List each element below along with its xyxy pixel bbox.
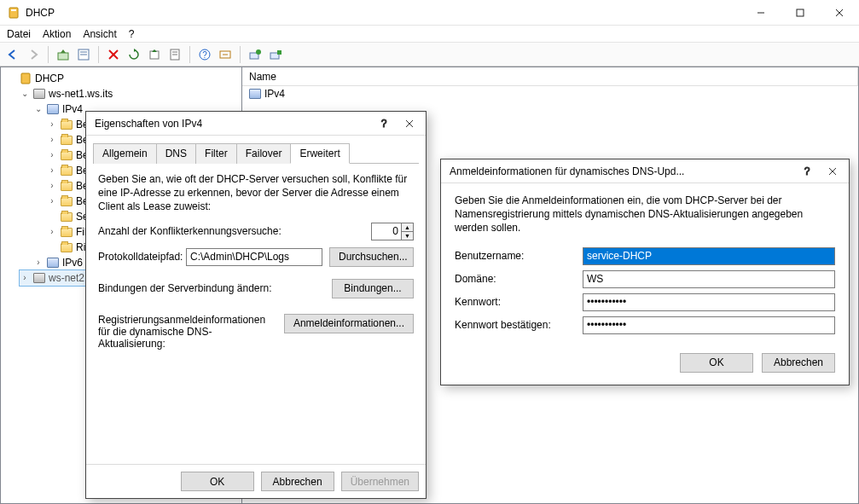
folder-icon	[61, 228, 73, 237]
password-label: Kennwort:	[455, 296, 583, 308]
creds-ok-button[interactable]: OK	[680, 353, 753, 373]
svg-rect-1	[11, 9, 16, 11]
spin-up-icon[interactable]: ▲	[402, 223, 413, 232]
tab-erweitert[interactable]: Erweitert	[290, 143, 349, 164]
scope-add2-icon[interactable]	[266, 45, 285, 64]
list-column-name[interactable]: Name	[242, 67, 858, 85]
creds-help-button[interactable]: ?	[794, 161, 820, 182]
chevron-right-icon[interactable]: ›	[33, 255, 44, 270]
folder-icon	[61, 120, 73, 130]
domain-label: Domäne:	[455, 273, 583, 285]
help-icon[interactable]: ?	[195, 45, 214, 64]
folder-icon	[61, 151, 73, 160]
chevron-right-icon[interactable]: ›	[20, 270, 30, 286]
username-input[interactable]	[583, 247, 835, 265]
toolbar: ?	[0, 43, 859, 67]
window-title: DHCP	[26, 7, 55, 19]
server-icon	[33, 89, 45, 99]
svg-rect-12	[150, 51, 159, 59]
chevron-right-icon[interactable]: ›	[47, 148, 57, 163]
close-button[interactable]	[820, 0, 859, 26]
tab-failover[interactable]: Failover	[236, 143, 292, 164]
conflict-count-spinner[interactable]: ▲▼	[371, 223, 414, 240]
chevron-down-icon[interactable]: ⌄	[20, 86, 30, 101]
conflict-count-label: Anzahl der Konflikterkennungsversuche:	[98, 225, 364, 237]
chevron-right-icon[interactable]: ›	[47, 163, 57, 178]
tree-ipv6-label: IPv6	[62, 255, 83, 270]
server-icon	[33, 273, 45, 283]
bindings-label: Bindungen der Serverbindung ändern:	[98, 282, 325, 294]
domain-input[interactable]	[583, 270, 835, 288]
cancel-button[interactable]: Abbrechen	[261, 472, 334, 491]
maximize-button[interactable]	[781, 0, 820, 26]
tab-dns[interactable]: DNS	[156, 143, 196, 164]
sheet-icon[interactable]	[165, 45, 184, 64]
menu-file[interactable]: Datei	[7, 28, 31, 40]
chevron-down-icon[interactable]: ⌄	[33, 101, 44, 117]
spin-down-icon[interactable]: ▼	[402, 232, 413, 240]
bindings-button[interactable]: Bindungen...	[332, 279, 414, 298]
folder-icon	[61, 136, 73, 145]
menu-help[interactable]: ?	[129, 28, 135, 40]
logpath-input[interactable]	[186, 248, 322, 266]
conflict-intro-text: Geben Sie an, wie oft der DHCP-Server ve…	[98, 172, 414, 214]
browse-button[interactable]: Durchsuchen...	[329, 247, 414, 267]
scope-add-icon[interactable]	[246, 45, 264, 64]
svg-text:?: ?	[381, 119, 387, 129]
dhcp-app-icon	[7, 6, 20, 20]
folder-icon	[61, 212, 73, 222]
dialog-tabs: Allgemein DNS Filter Failover Erweitert	[93, 142, 419, 164]
svg-rect-23	[21, 73, 30, 84]
creds-close-button[interactable]	[820, 161, 845, 182]
up-icon[interactable]	[54, 45, 73, 64]
dns-creds-label: Registrierungsanmeldeinformationen für d…	[98, 314, 277, 350]
tree-server1-label: ws-net1.ws.its	[49, 86, 113, 101]
chevron-right-icon[interactable]: ›	[47, 117, 57, 132]
dialog-help-button[interactable]: ?	[371, 113, 397, 134]
nav-back-icon[interactable]	[3, 45, 22, 64]
chevron-right-icon[interactable]: ›	[47, 194, 57, 209]
tree-ipv4-label: IPv4	[62, 101, 83, 117]
dhcp-icon	[20, 72, 32, 84]
svg-rect-3	[797, 9, 804, 16]
chevron-right-icon[interactable]: ›	[47, 132, 57, 148]
menu-action[interactable]: Aktion	[43, 28, 71, 40]
creds-intro-text: Geben Sie die Anmeldeinformationen ein, …	[455, 194, 835, 235]
apply-button[interactable]: Übernehmen	[341, 472, 419, 491]
delete-icon[interactable]	[104, 45, 123, 64]
export-icon[interactable]	[145, 45, 164, 64]
main-titlebar: DHCP	[0, 0, 859, 26]
ok-button[interactable]: OK	[181, 472, 254, 491]
minimize-button[interactable]	[741, 0, 781, 26]
chevron-right-icon[interactable]: ›	[47, 224, 57, 240]
username-label: Benutzername:	[455, 250, 583, 262]
ipv4-properties-dialog: Eigenschaften von IPv4 ? Allgemein DNS F…	[85, 111, 427, 499]
svg-rect-0	[9, 8, 18, 18]
chevron-right-icon[interactable]: ›	[47, 178, 57, 194]
tab-allgemein[interactable]: Allgemein	[93, 143, 157, 164]
folder-icon	[61, 166, 73, 176]
dns-credentials-dialog: Anmeldeinformationen für dynamisches DNS…	[440, 159, 850, 385]
nav-forward-icon[interactable]	[24, 45, 43, 64]
logpath-label: Protokolldateipfad:	[98, 251, 179, 263]
password-input[interactable]	[583, 293, 835, 311]
tree-dhcp-root[interactable]: DHCP	[6, 71, 240, 86]
tab-filter[interactable]: Filter	[195, 143, 237, 164]
dialog-title: Eigenschaften von IPv4	[95, 118, 371, 130]
creds-cancel-button[interactable]: Abbrechen	[762, 353, 835, 373]
tree-server1[interactable]: ⌄ ws-net1.ws.its	[20, 86, 240, 101]
menu-view[interactable]: Ansicht	[83, 28, 116, 40]
list-item-ipv4[interactable]: IPv4	[242, 86, 858, 101]
ipv4-icon	[249, 89, 261, 99]
svg-rect-22	[277, 50, 281, 55]
dialog-close-button[interactable]	[397, 113, 422, 134]
action1-icon[interactable]	[216, 45, 235, 64]
conflict-count-input[interactable]	[372, 223, 401, 240]
ipv6-icon	[47, 258, 59, 268]
password-confirm-input[interactable]	[583, 316, 835, 334]
folder-icon	[61, 243, 73, 252]
credentials-button[interactable]: Anmeldeinformationen...	[284, 314, 414, 333]
tree-root-label: DHCP	[35, 71, 64, 86]
refresh-icon[interactable]	[125, 45, 143, 64]
properties-icon[interactable]	[74, 45, 93, 64]
